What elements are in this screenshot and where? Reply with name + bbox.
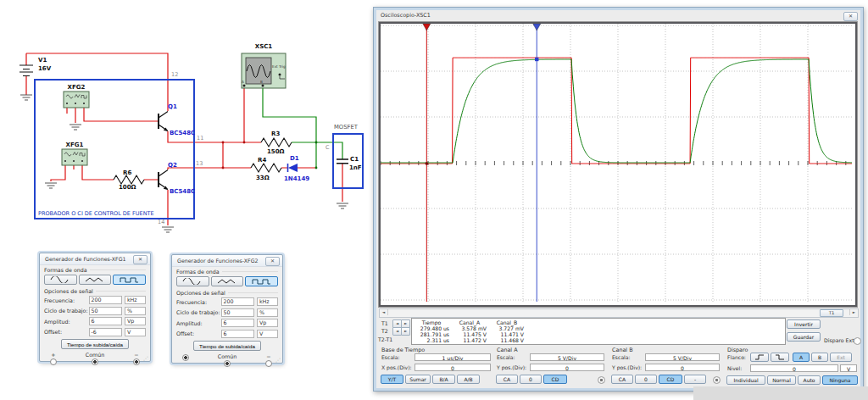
frecuencia-field[interactable]: 200 — [221, 297, 254, 306]
close-icon[interactable]: ✕ — [843, 12, 858, 21]
xfg2-titlebar[interactable]: Generador de Funciones-XFG2 ✕ — [172, 255, 282, 267]
trigger-ext-button[interactable]: Ext — [830, 353, 852, 362]
scroll-left-icon[interactable]: ◄ — [380, 309, 388, 315]
terminal-minus[interactable]: − — [133, 352, 140, 365]
nivel-field[interactable]: 0 — [750, 364, 838, 372]
channel-a-cd-button[interactable]: CD — [543, 375, 567, 384]
auto-button[interactable]: Auto — [798, 375, 821, 385]
plus-terminal-indicator[interactable] — [182, 354, 189, 361]
terminal-comun[interactable]: Común — [86, 352, 104, 365]
triangle-wave-button[interactable] — [79, 275, 112, 285]
offset-field[interactable]: 6 — [221, 330, 254, 338]
sine-wave-button[interactable] — [176, 276, 209, 286]
channel-a-ypos-field[interactable]: 0 — [530, 364, 604, 371]
scope-screen — [379, 22, 857, 307]
channel-b-escala-field[interactable]: 5 V/Div — [645, 353, 720, 361]
ab-button[interactable]: A/B — [457, 375, 480, 384]
rising-edge-button[interactable] — [750, 353, 769, 362]
channel-a-ca-button[interactable]: CA — [496, 375, 518, 384]
cursor-1-marker-dot — [426, 162, 429, 165]
square-wave-button[interactable] — [113, 275, 146, 285]
channel-b-cd-button[interactable]: CD — [659, 375, 682, 384]
tiempo-subida-button[interactable]: Tiempo de subida/caída — [61, 339, 129, 349]
frecuencia-unit[interactable]: kHz — [257, 297, 278, 306]
invertir-button[interactable]: Invertir — [787, 319, 821, 329]
normal-button[interactable]: Normal — [767, 375, 796, 385]
ninguna-button[interactable]: Ninguna — [822, 375, 858, 385]
channel-b-0-button[interactable]: 0 — [635, 375, 657, 384]
close-icon[interactable]: ✕ — [265, 257, 280, 266]
xfg1-instrument-icon[interactable] — [62, 149, 87, 165]
offset-unit[interactable]: V — [125, 328, 146, 336]
terminal-plus[interactable]: + — [50, 352, 57, 365]
close-icon[interactable]: ✕ — [133, 255, 147, 264]
terminal-minus[interactable]: − — [265, 353, 272, 367]
yt-button[interactable]: Y/T — [381, 375, 403, 384]
timebase-title: Base de Tiempo — [381, 347, 425, 353]
comun-terminal-indicator[interactable] — [92, 358, 98, 365]
timebase-escala-field[interactable]: 1 us/Div — [415, 353, 491, 361]
resistor-r6[interactable] — [114, 175, 144, 184]
trigger-b-button[interactable]: B — [811, 353, 828, 362]
plus-terminal-indicator[interactable] — [50, 358, 57, 365]
amplitud-unit[interactable]: Vp — [125, 317, 146, 325]
ba-button[interactable]: B/A — [432, 375, 455, 384]
terminal-plus[interactable] — [182, 353, 189, 367]
cursor2-right-button[interactable]: ► — [401, 327, 410, 336]
frecuencia-field[interactable]: 200 — [89, 296, 122, 304]
r3-ref-label: R3 — [271, 131, 280, 137]
tiempo-subida-button[interactable]: Tiempo de subida/caída — [193, 341, 261, 351]
channel-a-escala-field[interactable]: 5 V/Div — [530, 353, 604, 361]
xfg1-titlebar[interactable]: Generador de Funciones-XFG1 ✕ — [40, 253, 150, 265]
ciclo-unit[interactable]: % — [257, 308, 278, 317]
resize-grip-icon[interactable]: ⋰ — [275, 357, 281, 363]
individual-button[interactable]: Individual — [726, 375, 765, 385]
resistor-r3[interactable] — [261, 138, 292, 147]
transistor-q1[interactable] — [159, 112, 168, 132]
battery-v1[interactable] — [19, 65, 33, 76]
minus-terminal-indicator[interactable] — [265, 360, 272, 367]
falling-edge-button[interactable] — [771, 353, 789, 362]
channel-b-ypos-field[interactable]: 0 — [645, 364, 720, 371]
scrollbar-thumb[interactable]: T1 — [820, 309, 843, 317]
comun-terminal-indicator[interactable] — [224, 360, 231, 367]
channel-b-minus-button[interactable]: - — [684, 375, 706, 384]
xfg2-instrument-icon[interactable] — [64, 92, 89, 108]
scroll-right-icon[interactable]: ► — [849, 309, 858, 315]
sumar-button[interactable]: Sumar — [405, 375, 431, 384]
disparo-ext-radio[interactable] — [854, 337, 861, 345]
channel-a-0-button[interactable]: 0 — [520, 375, 542, 384]
channel-b-ca-button[interactable]: CA — [611, 375, 633, 384]
resistor-r4[interactable] — [251, 164, 281, 172]
amplitud-unit[interactable]: Vp — [257, 319, 278, 327]
offset-field[interactable]: -6 — [89, 328, 122, 336]
resize-grip-icon[interactable]: ⋰ — [143, 355, 148, 361]
channel-b-probe-indicator — [713, 376, 721, 384]
offset-unit[interactable]: V — [257, 330, 278, 338]
amplitud-field[interactable]: 6 — [89, 317, 122, 325]
ciclo-unit[interactable]: % — [125, 307, 146, 315]
cursor-2-handle[interactable] — [533, 24, 541, 31]
nivel-unit-select[interactable]: V — [840, 364, 857, 372]
tester-box — [35, 80, 194, 219]
sine-wave-button[interactable] — [44, 275, 77, 285]
triangle-wave-button[interactable] — [211, 276, 244, 286]
xsc1-instrument-icon[interactable] — [242, 53, 286, 88]
ciclo-field[interactable]: 50 — [221, 308, 254, 317]
guardar-button[interactable]: Guardar — [787, 332, 821, 342]
trigger-a-button[interactable]: A — [793, 353, 810, 362]
minus-terminal-indicator[interactable] — [133, 358, 140, 365]
ciclo-field[interactable]: 50 — [89, 307, 122, 315]
cursor-1-handle[interactable] — [423, 24, 431, 31]
amplitud-field[interactable]: 6 — [221, 319, 254, 327]
scope-titlebar[interactable]: Osciloscopio-XSC1 — [377, 10, 860, 21]
transistor-q2[interactable] — [159, 170, 168, 191]
square-wave-button[interactable] — [245, 276, 278, 286]
channel-a-group: Canal A Escala: 5 V/Div Y pos.(Div): 0 C… — [496, 345, 609, 389]
frecuencia-unit[interactable]: kHz — [125, 296, 146, 304]
capacitor-c1[interactable] — [337, 159, 348, 164]
xpos-field[interactable]: 0 — [415, 364, 491, 371]
terminal-comun[interactable]: Común — [218, 353, 236, 367]
diode-d1[interactable] — [288, 164, 298, 172]
xpos-label: X pos.(Div): — [381, 364, 412, 370]
